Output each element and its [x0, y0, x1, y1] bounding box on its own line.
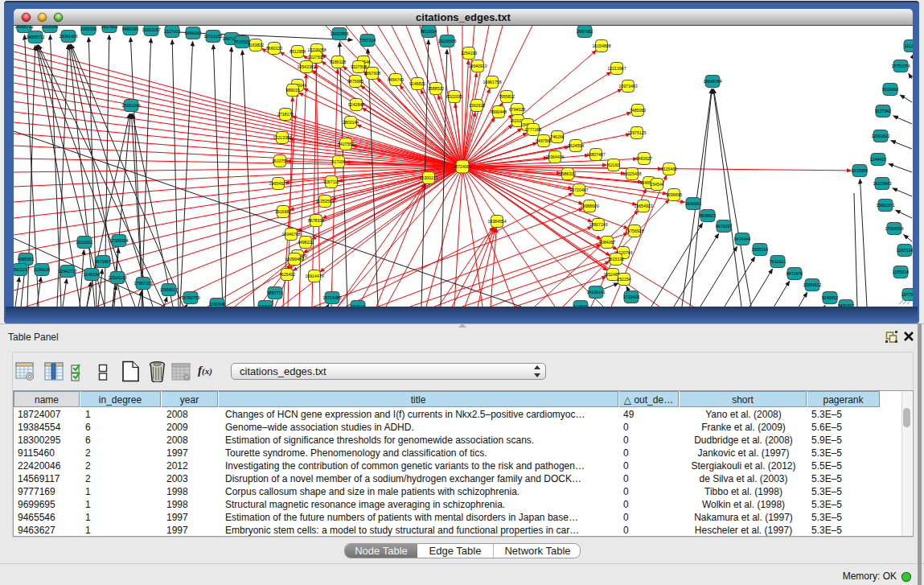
svg-text:8471676: 8471676 [786, 271, 803, 276]
svg-text:17957223: 17957223 [133, 281, 152, 286]
svg-text:1527602: 1527602 [164, 29, 180, 34]
svg-text:7955812: 7955812 [499, 94, 515, 99]
svg-text:1145194: 1145194 [84, 272, 100, 277]
svg-text:20364436: 20364436 [545, 154, 564, 159]
svg-text:10543382: 10543382 [297, 64, 315, 69]
svg-text:9857771: 9857771 [267, 290, 283, 295]
svg-text:16648784: 16648784 [703, 79, 721, 84]
svg-text:9084067: 9084067 [599, 240, 615, 245]
svg-text:2867608: 2867608 [364, 71, 380, 76]
svg-text:2009140: 2009140 [42, 26, 58, 29]
svg-text:1156829: 1156829 [34, 267, 50, 272]
svg-text:7163822: 7163822 [248, 43, 264, 47]
svg-text:18807249: 18807249 [589, 222, 607, 227]
svg-text:7485063: 7485063 [630, 108, 646, 113]
svg-text:1165014: 1165014 [893, 270, 909, 274]
svg-text:2803144: 2803144 [343, 120, 359, 125]
svg-text:9327505: 9327505 [308, 55, 324, 60]
svg-text:252254: 252254 [617, 277, 630, 282]
svg-text:14136141: 14136141 [586, 290, 605, 295]
svg-text:109581: 109581 [258, 304, 272, 307]
svg-text:14055712: 14055712 [14, 26, 33, 29]
svg-text:9115460: 9115460 [661, 167, 677, 171]
svg-text:1065326: 1065326 [80, 27, 97, 31]
svg-text:10807487: 10807487 [586, 152, 605, 157]
svg-text:1610755: 1610755 [272, 159, 288, 163]
svg-text:15716485: 15716485 [322, 295, 341, 300]
svg-text:9463627: 9463627 [636, 156, 652, 161]
svg-text:10688609: 10688609 [580, 204, 598, 208]
svg-text:1167534: 1167534 [897, 248, 913, 253]
svg-text:17359394: 17359394 [109, 238, 128, 243]
svg-text:9975867: 9975867 [95, 259, 111, 264]
svg-text:8678334: 8678334 [308, 218, 324, 223]
svg-text:62160: 62160 [608, 163, 620, 167]
svg-text:10973493: 10973493 [618, 84, 637, 89]
svg-text:6466160: 6466160 [185, 31, 201, 35]
svg-text:9777169: 9777169 [525, 127, 541, 132]
svg-text:12975125: 12975125 [627, 130, 646, 135]
svg-text:154544: 154544 [650, 182, 663, 187]
svg-text:16640910: 16640910 [468, 64, 487, 68]
svg-text:9329966: 9329966 [882, 87, 898, 92]
svg-text:25300215: 25300215 [419, 175, 437, 180]
svg-text:9450352: 9450352 [838, 303, 854, 307]
svg-text:8186328: 8186328 [330, 60, 346, 64]
svg-text:10958117: 10958117 [160, 287, 179, 292]
svg-text:1498222: 1498222 [298, 240, 314, 245]
svg-text:1733426: 1733426 [623, 295, 639, 299]
svg-text:1640951: 1640951 [685, 201, 701, 206]
svg-text:8813054: 8813054 [421, 29, 437, 34]
svg-text:8322035: 8322035 [446, 94, 462, 99]
svg-text:25053346: 25053346 [121, 103, 140, 108]
svg-text:9227342: 9227342 [875, 109, 891, 113]
svg-text:8215955: 8215955 [852, 168, 868, 173]
svg-text:3624554: 3624554 [568, 143, 584, 148]
svg-text:9327508: 9327508 [351, 64, 367, 69]
svg-text:10653267: 10653267 [142, 27, 160, 32]
svg-text:3875685: 3875685 [347, 79, 363, 84]
svg-text:15751074: 15751074 [891, 64, 910, 68]
svg-text:163044: 163044 [351, 304, 364, 307]
svg-text:10025438: 10025438 [622, 171, 641, 176]
svg-text:9699695: 9699695 [666, 192, 682, 197]
svg-text:20091406: 20091406 [59, 34, 77, 39]
svg-text:1615132: 1615132 [608, 257, 624, 262]
svg-text:19384554: 19384554 [487, 219, 506, 224]
svg-text:746266: 746266 [550, 134, 564, 139]
svg-text:15720407: 15720407 [569, 187, 588, 192]
svg-text:19654923: 19654923 [269, 181, 287, 186]
svg-text:16914479: 16914479 [305, 274, 323, 278]
svg-text:417006: 417006 [331, 159, 345, 164]
svg-text:16782759: 16782759 [181, 295, 199, 300]
svg-text:9242848: 9242848 [348, 102, 364, 107]
svg-text:9245652: 9245652 [822, 295, 838, 300]
svg-text:7357224: 7357224 [359, 38, 376, 43]
svg-text:19756928: 19756928 [625, 229, 643, 233]
svg-text:1244415: 1244415 [870, 157, 886, 162]
svg-text:1362615: 1362615 [469, 103, 485, 108]
svg-text:2935114: 2935114 [752, 247, 768, 252]
svg-text:1527602: 1527602 [101, 26, 117, 29]
svg-text:9474444: 9474444 [734, 237, 750, 241]
svg-text:6466160: 6466160 [122, 27, 138, 31]
svg-text:2020651: 2020651 [76, 240, 92, 245]
svg-text:1254193: 1254193 [461, 51, 477, 56]
svg-text:12093822: 12093822 [871, 134, 889, 138]
svg-text:8938923: 8938923 [700, 213, 716, 218]
svg-text:16961758: 16961758 [483, 80, 501, 84]
svg-text:8427552: 8427552 [338, 142, 354, 146]
svg-text:1588520: 1588520 [428, 86, 444, 91]
svg-text:12505135: 12505135 [108, 275, 126, 280]
svg-text:8912954: 8912954 [290, 49, 306, 54]
svg-text:7632621: 7632621 [770, 259, 786, 264]
svg-text:7986322: 7986322 [560, 171, 576, 176]
svg-text:10046788: 10046788 [281, 232, 300, 237]
svg-text:16099489: 16099489 [285, 257, 303, 262]
svg-text:391513: 391513 [14, 267, 27, 272]
svg-text:6794028: 6794028 [509, 107, 525, 112]
svg-text:9146821: 9146821 [409, 81, 425, 86]
svg-text:2687682: 2687682 [577, 29, 593, 34]
svg-text:12213967: 12213967 [607, 66, 626, 71]
svg-text:6679197: 6679197 [716, 224, 732, 229]
